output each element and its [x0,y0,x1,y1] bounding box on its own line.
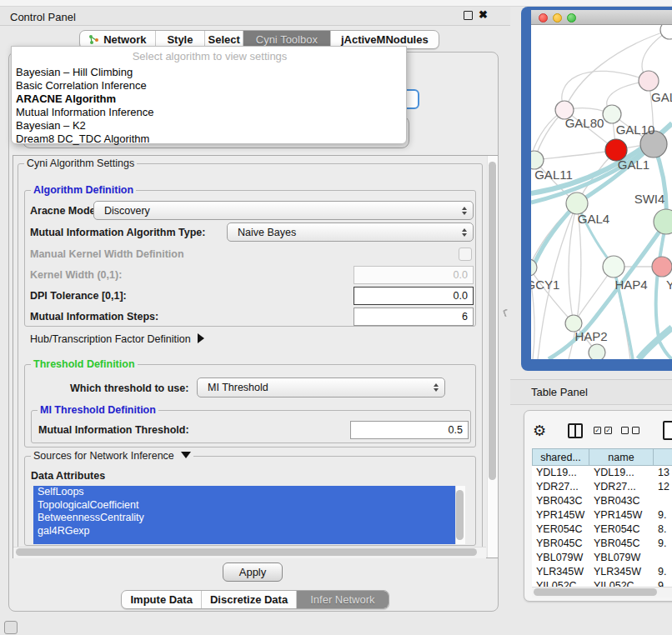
table-row[interactable]: YLR345WYLR345W9. [532,565,672,579]
sources-group-title[interactable]: Sources for Network Inference [31,450,193,462]
minimize-traffic-icon[interactable] [553,13,562,22]
table-row[interactable]: YPR145WYPR145W9. [532,508,672,522]
table-row[interactable]: YDL19...YDL19...13 [532,466,672,480]
kernel-width-label: Kernel Width (0,1): [30,269,122,282]
hub-definition-label: Hub/Transcription Factor Definition [30,333,191,345]
close-icon[interactable]: ✖ [479,8,488,22]
float-icon[interactable] [464,11,473,20]
select-all-icon[interactable]: ✓ [604,427,612,434]
control-panel-title: Control Panel [10,11,76,23]
network-tab-icon [88,34,99,45]
network-node-partial[interactable] [660,25,672,39]
dropdown-prompt: Select algorithm to view settings [12,50,408,62]
mi-type-combo[interactable]: Naive Bayes [227,222,474,242]
mi-threshold-label: Mutual Information Threshold: [38,424,189,437]
algorithm-dropdown-popup: Select algorithm to view settings Bayesi… [11,46,407,144]
aracne-mode-value: Discovery [104,205,150,217]
dropdown-item[interactable]: Dream8 DC_TDC Algorithm [12,132,404,146]
panel-divider-handle[interactable] [503,308,510,318]
settings-group-title: Cyni Algorithm Settings [24,158,137,169]
column-header-partial[interactable] [653,448,672,466]
top-strip [0,0,672,7]
which-threshold-label: Which threshold to use: [70,382,188,395]
mi-steps-field[interactable]: 6 [354,308,474,326]
hub-definition-expander[interactable]: Hub/Transcription Factor Definition [30,333,204,346]
network-node-hap4[interactable] [603,256,624,278]
network-canvas[interactable]: GAL GAL80 GAL10 GAL1 GAL11 SWI4 GAL4 GCY… [531,25,672,359]
table-row[interactable]: YBR043CYBR043C [532,494,672,508]
mi-threshold-group-title: MI Threshold Definition [38,404,158,416]
select-all-icon[interactable]: ✓ [594,427,601,434]
table-rows: YDL19...YDL19...13 YDR27...YDR27...12 YB… [532,466,672,587]
network-node-labels: GAL GAL80 GAL10 GAL1 GAL11 SWI4 GAL4 GCY… [531,90,672,343]
network-node-gal11[interactable] [531,151,544,169]
table-row[interactable]: YBR045CYBR045C9. [532,537,672,551]
network-node-y[interactable] [652,257,672,277]
table-row[interactable]: YIL052CYIL052C9 [532,579,672,587]
node-label: GAL10 [616,122,655,137]
data-attributes-label: Data Attributes [31,470,105,482]
column-header-name[interactable]: name [589,448,654,466]
table-hscrollbar-thumb[interactable] [534,588,657,596]
dropdown-item-selected[interactable]: ARACNE Algorithm [12,92,404,106]
node-label: SWI4 [634,192,665,206]
attribute-item[interactable]: SelfLoops [33,486,455,499]
network-node-bottom-partial[interactable] [589,344,605,359]
mi-steps-label: Mutual Information Steps: [30,311,158,323]
application-window: Control Panel ✖ Network Style Select Cyn… [0,0,672,635]
network-node-gal[interactable] [639,71,659,91]
aracne-mode-label: Aracne Mode: [30,205,99,218]
network-window-titlebar[interactable] [531,10,672,25]
dropdown-item[interactable]: Mutual Information Inference [12,106,404,119]
close-traffic-icon[interactable] [539,13,548,22]
aracne-mode-combo[interactable]: Discovery [93,201,474,220]
new-table-icon[interactable] [663,421,672,440]
spinner-arrows-icon [434,383,439,392]
manual-kernel-checkbox[interactable] [459,248,472,261]
settings-vscrollbar-thumb[interactable] [489,162,496,480]
node-label: GAL11 [534,168,573,182]
spinner-arrows-icon [462,207,467,215]
attribute-item[interactable]: BetweennessCentrality [33,512,455,525]
tab-impute-data[interactable]: Impute Data [122,591,202,608]
manual-kernel-label: Manual Kernel Width Definition [30,248,184,261]
control-panel-header [0,7,510,26]
kernel-width-field[interactable]: 0.0 [354,266,474,284]
apply-button[interactable]: Apply [223,562,283,582]
chevron-down-icon [181,452,191,458]
dropdown-item[interactable]: Bayesian – Hill Climbing [12,66,404,79]
mi-type-label: Mutual Information Algorithm Type: [30,227,205,239]
dpi-tolerance-label: DPI Tolerance [0,1]: [30,290,127,302]
table-row[interactable]: YER054CYER054C8. [532,522,672,537]
column-header-shared[interactable]: shared... [532,448,589,466]
list-vscrollbar-thumb[interactable] [456,490,464,540]
which-threshold-combo[interactable]: MI Threshold [197,378,445,398]
network-node-gal10[interactable] [603,105,621,123]
chevron-right-icon [198,333,204,343]
settings-hscrollbar-thumb[interactable] [16,548,477,556]
which-threshold-value: MI Threshold [208,382,268,393]
deselect-all-icon[interactable] [621,427,629,434]
table-row[interactable]: YBL079WYBL079W [532,551,672,565]
tab-discretize-data[interactable]: Discretize Data [202,591,296,608]
deselect-all-icon[interactable] [632,427,639,434]
dpi-tolerance-field[interactable]: 0.0 [354,287,474,305]
attribute-item[interactable]: TopologicalCoefficient [33,499,455,512]
dropdown-item[interactable]: Bayesian – K2 [12,119,404,132]
tab-infer-network[interactable]: Infer Network [297,591,389,608]
dock-mini-icon[interactable] [4,621,18,634]
node-label: GAL80 [565,116,604,130]
table-row[interactable]: YDR27...YDR27...12 [532,480,672,494]
gear-icon[interactable]: ⚙ [533,422,546,440]
zoom-traffic-icon[interactable] [567,13,576,22]
data-attributes-list[interactable]: SelfLoops TopologicalCoefficient Between… [33,486,464,544]
algorithm-definition-title: Algorithm Definition [31,184,136,196]
columns-icon[interactable] [568,423,583,438]
network-node-swi4[interactable] [654,209,672,234]
dropdown-item[interactable]: Basic Correlation Inference [12,79,404,92]
mi-threshold-field[interactable]: 0.5 [350,421,469,439]
table-panel-title: Table Panel [531,386,588,398]
attribute-item[interactable]: gal4RGexp [33,525,455,538]
network-edges-teal [531,123,672,359]
node-label: HAP4 [614,278,647,292]
